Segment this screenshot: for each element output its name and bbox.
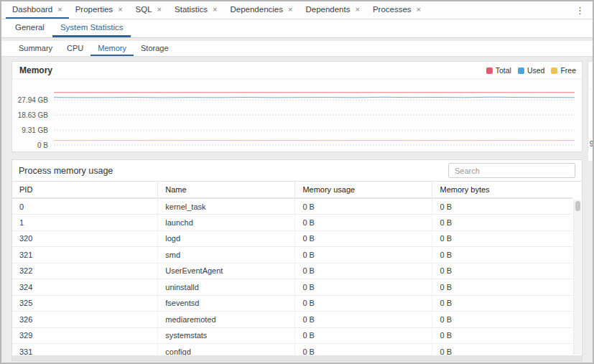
cell-name: smd	[158, 247, 295, 263]
table-row[interactable]: 325fseventsd0 B0 B	[12, 295, 572, 312]
chart-legend: TotalUsedFree	[486, 66, 576, 75]
vertical-scrollbar[interactable]	[573, 200, 581, 355]
cell-pid: 329	[12, 327, 158, 344]
swap-memory-chart-card: Swap memoryTotalUsedFree1.86 GB1.4 GB953…	[588, 61, 594, 152]
tab-label: General	[15, 23, 45, 32]
cell-pid: 326	[12, 312, 158, 328]
legend-swatch-used	[518, 67, 524, 74]
svg-text:27.94 GB: 27.94 GB	[18, 96, 49, 104]
cell-memory-usage: 0 B	[295, 295, 432, 312]
dashboard-content: MemoryTotalUsedFree27.94 GB18.63 GB9.31 …	[1, 57, 593, 361]
cell-memory-usage: 0 B	[295, 215, 432, 231]
cell-name: mediaremoted	[158, 312, 295, 328]
svg-text:18.63 GB: 18.63 GB	[18, 111, 49, 119]
close-icon[interactable]: ×	[57, 6, 62, 14]
process-memory-panel: Process memory usage PIDNameMemory usage…	[11, 159, 583, 361]
cell-pid: 0	[12, 198, 158, 215]
tab-label: Memory	[98, 44, 126, 52]
pgadmin-window: Dashboard×Properties×SQL×Statistics×Depe…	[0, 0, 594, 364]
legend-item-used: Used	[518, 66, 545, 75]
table-row[interactable]: 326mediaremoted0 B0 B	[12, 312, 572, 328]
table-row[interactable]: 320logd0 B0 B	[12, 230, 572, 247]
vertical-scrollbar-thumb[interactable]	[575, 201, 580, 211]
column-header-name[interactable]: Name	[158, 182, 295, 198]
table-row[interactable]: 0kernel_task0 B0 B	[12, 198, 572, 215]
close-icon[interactable]: ×	[157, 6, 162, 14]
cell-memory-bytes: 0 B	[432, 215, 572, 231]
cell-pid: 1	[12, 215, 158, 231]
tab-dashboard[interactable]: Dashboard×	[6, 1, 69, 19]
tab-dependents[interactable]: Dependents×	[299, 1, 366, 19]
cell-memory-usage: 0 B	[295, 247, 432, 263]
close-icon[interactable]: ×	[288, 6, 292, 14]
kebab-menu-icon[interactable]: ⋮	[572, 1, 588, 19]
legend-label: Used	[527, 66, 545, 75]
legend-item-free: Free	[551, 66, 576, 75]
cell-name: kernel_task	[158, 198, 295, 215]
tab-label: Storage	[141, 44, 169, 52]
main-tabs-container: Dashboard×Properties×SQL×Statistics×Depe…	[6, 1, 427, 19]
swap-memory-plot: 1.86 GB1.4 GB953.67 MB	[588, 89, 594, 161]
cell-memory-usage: 0 B	[295, 198, 432, 215]
table-row[interactable]: 324uninstalld0 B0 B	[12, 279, 572, 296]
tab-processes[interactable]: Processes×	[366, 1, 427, 19]
table-row[interactable]: 322UserEventAgent0 B0 B	[12, 263, 572, 279]
cell-memory-usage: 0 B	[295, 230, 432, 247]
tab-label: Properties	[75, 5, 113, 14]
tab-label: Dependents	[305, 5, 350, 14]
cell-name: fseventsd	[158, 295, 295, 312]
table-row[interactable]: 1launchd0 B0 B	[12, 215, 572, 231]
cell-pid: 321	[12, 247, 158, 263]
swap-memory-svg: 1.86 GB1.4 GB953.67 MB	[588, 89, 594, 161]
tab-properties[interactable]: Properties×	[69, 1, 129, 19]
cell-memory-bytes: 0 B	[432, 295, 572, 312]
tab-sql[interactable]: SQL×	[129, 1, 168, 19]
legend-swatch-free	[551, 67, 557, 74]
cell-memory-bytes: 0 B	[432, 263, 572, 279]
tab-cpu[interactable]: CPU	[60, 41, 91, 56]
horizontal-scrollbar[interactable]	[12, 355, 582, 360]
close-icon[interactable]: ×	[213, 6, 217, 14]
cell-memory-bytes: 0 B	[432, 279, 572, 296]
cell-memory-bytes: 0 B	[432, 312, 572, 328]
panel-header: Process memory usage	[12, 160, 582, 182]
column-header-memory-bytes[interactable]: Memory bytes	[432, 182, 572, 198]
close-icon[interactable]: ×	[355, 6, 359, 14]
cell-memory-usage: 0 B	[295, 312, 432, 328]
main-tab-bar: Dashboard×Properties×SQL×Statistics×Depe…	[1, 1, 593, 19]
cell-pid: 320	[12, 230, 158, 247]
tab-statistics[interactable]: Statistics×	[168, 1, 223, 19]
legend-item-total: Total	[486, 66, 511, 75]
tab-general[interactable]: General	[7, 19, 52, 37]
cell-name: logd	[158, 230, 295, 247]
tab-system-statistics[interactable]: System Statistics	[52, 19, 131, 37]
tab-label: CPU	[67, 44, 83, 52]
column-header-pid[interactable]: PID	[12, 182, 158, 198]
tab-dependencies[interactable]: Dependencies×	[223, 1, 299, 19]
column-header-memory-usage[interactable]: Memory usage	[295, 182, 432, 198]
memory-plot: 27.94 GB18.63 GB9.31 GB0 B	[12, 79, 582, 151]
cell-pid: 325	[12, 295, 158, 312]
cell-pid: 324	[12, 279, 158, 296]
chart-header: Swap memoryTotalUsedFree	[588, 62, 594, 89]
cell-pid: 322	[12, 263, 158, 279]
close-icon[interactable]: ×	[118, 6, 122, 14]
search-input[interactable]	[448, 163, 575, 178]
cell-memory-bytes: 0 B	[432, 230, 572, 247]
table-row[interactable]: 329systemstats0 B0 B	[12, 327, 572, 344]
tab-storage[interactable]: Storage	[134, 41, 176, 56]
table-row[interactable]: 321smd0 B0 B	[12, 247, 572, 263]
legend-label: Total	[496, 66, 511, 75]
tab-label: SQL	[136, 5, 152, 14]
tab-summary[interactable]: Summary	[11, 41, 60, 56]
cell-name: UserEventAgent	[158, 263, 295, 279]
tab-memory[interactable]: Memory	[91, 41, 134, 56]
close-icon[interactable]: ×	[417, 6, 421, 14]
legend-label: Free	[560, 66, 576, 75]
cell-name: uninstalld	[158, 279, 295, 296]
legend-swatch-total	[486, 67, 493, 74]
chart-title: Memory	[19, 65, 52, 75]
secondary-tab-bar: GeneralSystem Statistics	[1, 19, 593, 38]
cell-memory-usage: 0 B	[295, 327, 432, 344]
chart-header: MemoryTotalUsedFree	[12, 62, 582, 79]
